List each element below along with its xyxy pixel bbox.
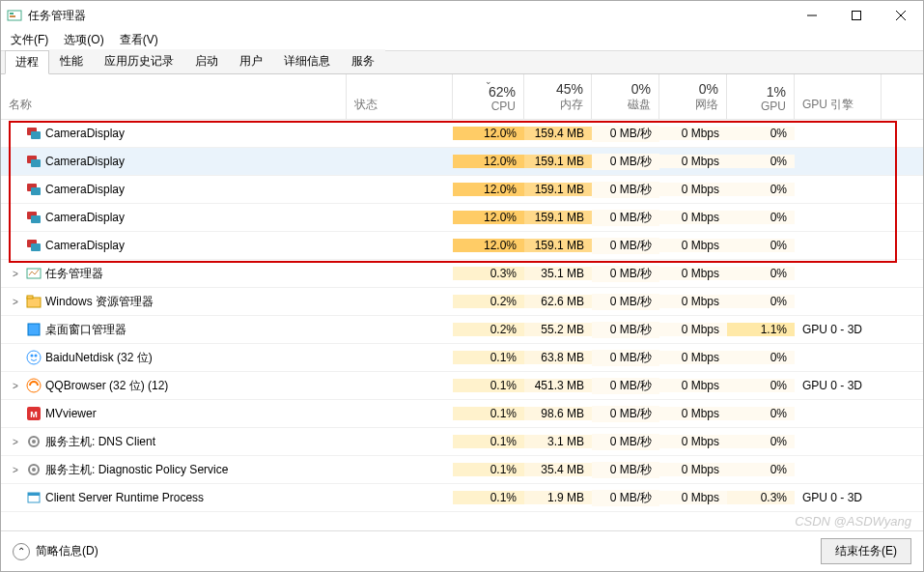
svg-rect-1 xyxy=(10,13,14,14)
process-name: BaiduNetdisk (32 位) xyxy=(45,350,153,366)
cell-gpu: 0% xyxy=(727,351,795,364)
cell-cpu: 0.3% xyxy=(453,267,524,280)
col-gpu[interactable]: 1%GPU xyxy=(727,74,795,119)
expand-icon[interactable]: > xyxy=(9,437,22,447)
cell-name: CameraDisplay xyxy=(1,182,347,197)
cell-cpu: 0.2% xyxy=(453,295,524,308)
process-name: QQBrowser (32 位) (12) xyxy=(45,378,168,394)
svg-point-30 xyxy=(32,468,36,472)
cell-name: >Windows 资源管理器 xyxy=(1,294,347,310)
process-name: 服务主机: Diagnostic Policy Service xyxy=(45,462,228,478)
cell-mem: 1.9 MB xyxy=(524,491,592,504)
cell-disk: 0 MB/秒 xyxy=(592,154,659,170)
svg-point-22 xyxy=(31,355,34,358)
cell-name: CameraDisplay xyxy=(1,210,347,225)
tab-users[interactable]: 用户 xyxy=(229,49,273,73)
col-cpu[interactable]: ⌄ 62%CPU xyxy=(453,74,524,119)
table-row[interactable]: CameraDisplay12.0%159.1 MB0 MB/秒0 Mbps0% xyxy=(1,204,923,232)
expand-icon[interactable]: > xyxy=(9,269,22,279)
cell-disk: 0 MB/秒 xyxy=(592,434,659,450)
maximize-button[interactable] xyxy=(834,1,879,30)
cell-net: 0 Mbps xyxy=(659,183,727,196)
table-row[interactable]: CameraDisplay12.0%159.1 MB0 MB/秒0 Mbps0% xyxy=(1,176,923,204)
col-memory[interactable]: 45%内存 xyxy=(524,74,592,119)
tab-startup[interactable]: 启动 xyxy=(184,49,229,73)
expand-icon[interactable]: > xyxy=(9,465,22,475)
footer: ⌃ 简略信息(D) 结束任务(E) xyxy=(1,530,923,571)
cell-disk: 0 MB/秒 xyxy=(592,490,659,506)
end-task-button[interactable]: 结束任务(E) xyxy=(821,538,911,564)
details-toggle[interactable]: 简略信息(D) xyxy=(36,543,98,559)
svg-rect-10 xyxy=(31,159,41,167)
qq-icon xyxy=(26,378,42,393)
cell-name: 桌面窗口管理器 xyxy=(1,322,347,338)
svg-point-23 xyxy=(35,355,38,358)
collapse-icon[interactable]: ⌃ xyxy=(13,543,30,560)
svg-point-28 xyxy=(32,440,36,443)
cell-cpu: 0.2% xyxy=(453,323,524,336)
table-row[interactable]: >QQBrowser (32 位) (12)0.1%451.3 MB0 MB/秒… xyxy=(1,372,923,400)
menubar: 文件(F) 选项(O) 查看(V) xyxy=(1,30,923,51)
table-row[interactable]: MMVviewer0.1%98.6 MB0 MB/秒0 Mbps0% xyxy=(1,400,923,428)
menu-view[interactable]: 查看(V) xyxy=(116,30,162,50)
cell-mem: 451.3 MB xyxy=(524,379,592,392)
tab-performance[interactable]: 性能 xyxy=(49,49,94,73)
cell-disk: 0 MB/秒 xyxy=(592,462,659,478)
cell-gpu-engine: GPU 0 - 3D xyxy=(795,323,882,336)
table-header: 名称 状态 ⌄ 62%CPU 45%内存 0%磁盘 0%网络 1%GPU GPU… xyxy=(1,74,923,120)
col-status[interactable]: 状态 xyxy=(347,74,453,119)
cell-net: 0 Mbps xyxy=(659,379,727,392)
tab-app-history[interactable]: 应用历史记录 xyxy=(94,49,184,73)
cell-gpu-engine: GPU 0 - 3D xyxy=(795,379,882,392)
csrss-icon xyxy=(26,490,42,505)
tab-details[interactable]: 详细信息 xyxy=(273,49,341,73)
cell-name: BaiduNetdisk (32 位) xyxy=(1,350,347,366)
process-name: 桌面窗口管理器 xyxy=(45,322,126,338)
tab-processes[interactable]: 进程 xyxy=(5,50,49,74)
cell-cpu: 12.0% xyxy=(453,127,524,140)
cell-gpu: 0% xyxy=(727,239,795,252)
table-row[interactable]: CameraDisplay12.0%159.4 MB0 MB/秒0 Mbps0% xyxy=(1,120,923,148)
close-button[interactable] xyxy=(879,1,923,30)
cell-cpu: 12.0% xyxy=(453,211,524,224)
cell-disk: 0 MB/秒 xyxy=(592,322,659,338)
svg-rect-19 xyxy=(27,296,33,299)
app-icon xyxy=(7,8,22,23)
table-row[interactable]: >服务主机: Diagnostic Policy Service0.1%35.4… xyxy=(1,456,923,484)
cell-mem: 159.1 MB xyxy=(524,155,592,168)
svg-point-21 xyxy=(27,351,41,364)
app-multi-icon xyxy=(26,126,42,141)
svg-rect-16 xyxy=(31,243,41,251)
cell-net: 0 Mbps xyxy=(659,127,727,140)
expand-icon[interactable]: > xyxy=(9,381,22,391)
process-name: MVviewer xyxy=(45,407,97,420)
table-row[interactable]: CameraDisplay12.0%159.1 MB0 MB/秒0 Mbps0% xyxy=(1,148,923,176)
col-name[interactable]: 名称 xyxy=(1,74,347,119)
cell-name: >服务主机: DNS Client xyxy=(1,434,347,450)
menu-options[interactable]: 选项(O) xyxy=(60,30,107,50)
cell-mem: 159.1 MB xyxy=(524,239,592,252)
table-row[interactable]: 桌面窗口管理器0.2%55.2 MB0 MB/秒0 Mbps1.1%GPU 0 … xyxy=(1,316,923,344)
process-name: CameraDisplay xyxy=(45,127,125,140)
cell-mem: 55.2 MB xyxy=(524,323,592,336)
col-disk[interactable]: 0%磁盘 xyxy=(592,74,659,119)
table-row[interactable]: >Windows 资源管理器0.2%62.6 MB0 MB/秒0 Mbps0% xyxy=(1,288,923,316)
table-row[interactable]: BaiduNetdisk (32 位)0.1%63.8 MB0 MB/秒0 Mb… xyxy=(1,344,923,372)
svc-icon xyxy=(26,462,42,477)
cell-name: CameraDisplay xyxy=(1,238,347,253)
tab-services[interactable]: 服务 xyxy=(341,49,385,73)
col-network[interactable]: 0%网络 xyxy=(659,74,727,119)
table-row[interactable]: >任务管理器0.3%35.1 MB0 MB/秒0 Mbps0% xyxy=(1,260,923,288)
table-row[interactable]: CameraDisplay12.0%159.1 MB0 MB/秒0 Mbps0% xyxy=(1,232,923,260)
table-row[interactable]: >服务主机: DNS Client0.1%3.1 MB0 MB/秒0 Mbps0… xyxy=(1,428,923,456)
table-row[interactable]: Client Server Runtime Process0.1%1.9 MB0… xyxy=(1,484,923,512)
expand-icon[interactable]: > xyxy=(9,297,22,307)
minimize-button[interactable] xyxy=(790,1,834,30)
cell-name: CameraDisplay xyxy=(1,126,347,141)
cell-gpu: 0% xyxy=(727,295,795,308)
cell-name: Client Server Runtime Process xyxy=(1,490,347,505)
col-gpu-engine[interactable]: GPU 引擎 xyxy=(795,74,882,119)
menu-file[interactable]: 文件(F) xyxy=(7,30,52,50)
cell-cpu: 0.1% xyxy=(453,407,524,420)
table-body[interactable]: CameraDisplay12.0%159.4 MB0 MB/秒0 Mbps0%… xyxy=(1,120,923,530)
